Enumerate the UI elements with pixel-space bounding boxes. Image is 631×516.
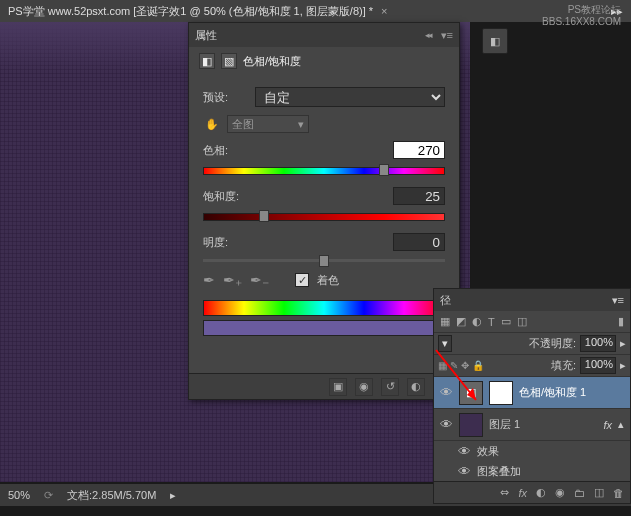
filter-type-icon[interactable]: T	[488, 316, 495, 328]
saturation-label: 饱和度:	[203, 189, 249, 204]
view-previous-icon[interactable]: ◉	[355, 378, 373, 396]
lightness-slider[interactable]	[203, 259, 445, 262]
zoom-level[interactable]: 50%	[8, 489, 30, 501]
new-adjustment-icon[interactable]: ◉	[555, 486, 565, 499]
output-spectrum	[203, 320, 445, 336]
visibility-icon[interactable]: 👁	[458, 444, 471, 459]
layers-panel: 径 ▾≡ ▦ ◩ ◐ T ▭ ◫ ▮ ▾ 不透明度: 100% ▸ ▦ ✎ ✥ …	[433, 288, 631, 504]
hue-slider[interactable]	[203, 167, 445, 175]
paths-tab-label[interactable]: 径	[440, 293, 451, 308]
toggle-visibility-icon[interactable]: ◐	[407, 378, 425, 396]
visibility-icon[interactable]: 👁	[440, 417, 453, 432]
saturation-input[interactable]	[393, 187, 445, 205]
reset-icon[interactable]: ↺	[381, 378, 399, 396]
document-title: PS学堂 www.52psxt.com [圣诞字效1 @ 50% (色相/饱和度…	[8, 4, 373, 19]
opacity-label: 不透明度:	[529, 336, 576, 351]
filter-toggle-icon[interactable]: ▮	[618, 315, 624, 328]
properties-panel: 属性 ◂◂ ▾≡ ◧ ▧ 色相/饱和度 预设: 自定 ✋ 全图▾ 色相: 饱和度…	[188, 22, 460, 400]
fx-badge[interactable]: fx	[603, 419, 612, 431]
lightness-input[interactable]	[393, 233, 445, 251]
mask-mode-icon[interactable]: ▧	[221, 53, 237, 69]
layers-tab-header[interactable]: 径 ▾≡	[434, 289, 630, 311]
saturation-slider[interactable]	[203, 213, 445, 221]
filter-adjust-icon[interactable]: ◐	[472, 315, 482, 328]
filter-smart-icon[interactable]: ◫	[517, 315, 527, 328]
effect-name: 图案叠加	[477, 464, 521, 479]
collapsed-dock: ◧	[481, 28, 509, 54]
fill-scrub-icon[interactable]: ▸	[620, 359, 626, 372]
rotate-icon[interactable]: ⟳	[44, 489, 53, 502]
hue-input[interactable]	[393, 141, 445, 159]
adjustment-type-icon: ◧	[199, 53, 215, 69]
lock-all-icon[interactable]: 🔒	[472, 360, 484, 371]
colorize-label: 着色	[317, 273, 339, 288]
layer-mask-thumb[interactable]	[489, 381, 513, 405]
properties-header[interactable]: 属性 ◂◂ ▾≡	[189, 23, 459, 47]
close-icon[interactable]: ×	[381, 5, 387, 17]
layers-menu-icon[interactable]: ▾≡	[612, 294, 624, 307]
layer-filter-row: ▦ ◩ ◐ T ▭ ◫ ▮	[434, 311, 630, 333]
doc-size: 文档:2.85M/5.70M	[67, 488, 156, 503]
eyedropper-add-icon[interactable]: ✒₊	[223, 272, 242, 288]
hue-label: 色相:	[203, 143, 249, 158]
fill-label: 填充:	[551, 358, 576, 373]
lock-controls[interactable]: ▦ ✎ ✥ 🔒	[438, 360, 484, 371]
document-tab[interactable]: PS学堂 www.52psxt.com [圣诞字效1 @ 50% (色相/饱和度…	[0, 0, 631, 22]
new-layer-icon[interactable]: ◫	[594, 486, 604, 499]
adjustment-title: 色相/饱和度	[243, 54, 301, 69]
input-spectrum	[203, 300, 445, 316]
fx-expand-icon[interactable]: ▴	[618, 418, 624, 431]
effects-row[interactable]: 👁 效果	[434, 441, 630, 461]
status-arrow-icon[interactable]: ▸	[170, 489, 176, 502]
delete-layer-icon[interactable]: 🗑	[613, 487, 624, 499]
layer-fx-icon[interactable]: fx	[518, 487, 527, 499]
filter-kind-icon[interactable]: ▦	[440, 315, 450, 328]
add-mask-icon[interactable]: ◐	[536, 486, 546, 499]
filter-pixel-icon[interactable]: ◩	[456, 315, 466, 328]
colorize-checkbox[interactable]: ✓	[295, 273, 309, 287]
panel-collapse-icon[interactable]: ◂◂	[425, 30, 431, 40]
panel-menu-icon[interactable]: ▾≡	[441, 29, 453, 42]
dock-panel-icon[interactable]: ◧	[482, 28, 508, 54]
layer-thumb[interactable]	[459, 413, 483, 437]
layer-row-layer1[interactable]: 👁 图层 1 fx ▴	[434, 409, 630, 441]
lock-transparent-icon[interactable]: ▦	[438, 360, 447, 371]
lightness-label: 明度:	[203, 235, 249, 250]
layer-name[interactable]: 色相/饱和度 1	[519, 385, 586, 400]
visibility-icon[interactable]: 👁	[440, 385, 453, 400]
preset-label: 预设:	[203, 90, 249, 105]
eyedropper-icon[interactable]: ✒	[203, 272, 215, 288]
link-layers-icon[interactable]: ⇔	[500, 486, 509, 499]
lock-position-icon[interactable]: ✥	[461, 360, 469, 371]
layer-name[interactable]: 图层 1	[489, 417, 520, 432]
watermark: PS教程论坛 BBS.16XX8.COM	[542, 4, 621, 28]
opacity-scrub-icon[interactable]: ▸	[620, 337, 626, 350]
targeted-adjust-icon[interactable]: ✋	[203, 115, 221, 133]
effects-label: 效果	[477, 444, 499, 459]
layer-row-hue-sat[interactable]: 👁 ◧ 色相/饱和度 1	[434, 377, 630, 409]
fill-input[interactable]: 100%	[580, 357, 616, 374]
eyedropper-subtract-icon[interactable]: ✒₋	[250, 272, 269, 288]
new-group-icon[interactable]: 🗀	[574, 487, 585, 499]
visibility-icon[interactable]: 👁	[458, 464, 471, 479]
opacity-input[interactable]: 100%	[580, 335, 616, 352]
clip-to-layer-icon[interactable]: ▣	[329, 378, 347, 396]
effect-pattern-overlay[interactable]: 👁 图案叠加	[434, 461, 630, 481]
color-range-select[interactable]: 全图▾	[227, 115, 309, 133]
blend-mode-select[interactable]: ▾	[438, 335, 452, 352]
filter-shape-icon[interactable]: ▭	[501, 315, 511, 328]
properties-tab-label[interactable]: 属性	[195, 28, 217, 43]
preset-select[interactable]: 自定	[255, 87, 445, 107]
lock-pixels-icon[interactable]: ✎	[450, 360, 458, 371]
adjustment-thumb-icon: ◧	[459, 381, 483, 405]
